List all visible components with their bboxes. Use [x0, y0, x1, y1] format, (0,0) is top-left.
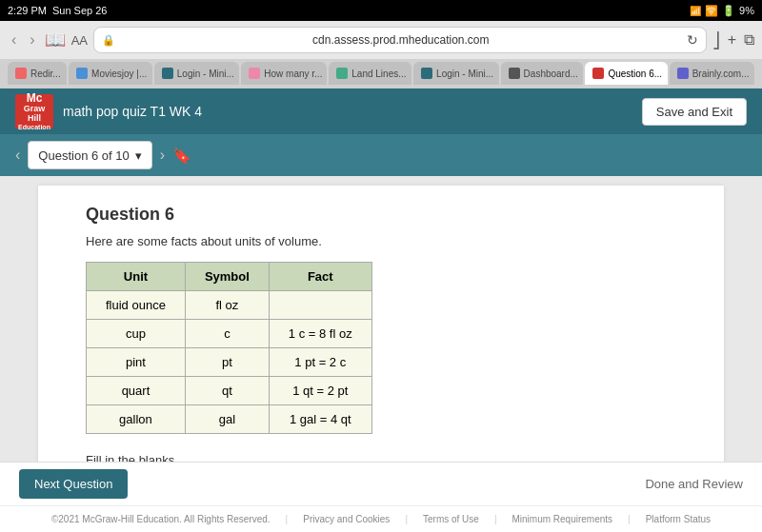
minimum-requirements-link[interactable]: Minimum Requirements [512, 514, 613, 524]
question-dropdown-label: Question 6 of 10 [38, 148, 129, 163]
battery-percent: 9% [739, 5, 754, 16]
browser-toolbar: ‹ › 📖 AA 🔒 cdn.assess.prod.mheducation.c… [0, 21, 762, 59]
save-exit-button[interactable]: Save and Exit [642, 98, 747, 126]
tab-label-question6: Question 6... [608, 69, 662, 79]
copyright-bar: ©2021 McGraw-Hill Education. All Rights … [0, 505, 762, 532]
table-cell-unit: quart [87, 377, 186, 405]
tab-favicon-moviesjoy [76, 68, 88, 79]
status-day: Sun Sep 26 [52, 5, 108, 16]
signal-icon: 📶 [690, 6, 701, 16]
back-button[interactable]: ‹ [8, 30, 20, 50]
next-question-arrow-button[interactable]: › [160, 147, 165, 164]
terms-link[interactable]: Terms of Use [423, 514, 479, 524]
url-text: cdn.assess.prod.mheducation.com [121, 33, 681, 47]
tab-label-landlines: Land Lines... [351, 69, 406, 79]
tab-label-howmany: How many r... [264, 69, 322, 79]
platform-status-link[interactable]: Platform Status [646, 514, 711, 524]
status-bar: 2:29 PM Sun Sep 26 📶 🛜 🔋 9% [0, 0, 762, 21]
browser-tabs: Redir... Moviesjoy |... Login - Mini... … [0, 59, 762, 88]
volume-table: Unit Symbol Fact fluid ouncefl ozcupc1 c… [86, 262, 372, 434]
tab-label-login2: Login - Mini... [436, 69, 493, 79]
table-header-unit: Unit [87, 263, 186, 291]
tabs-button[interactable]: ⧉ [744, 31, 754, 49]
table-cell-symbol: c [185, 320, 269, 348]
battery-icon: 🔋 [722, 5, 735, 17]
tab-favicon-howmany [249, 68, 260, 79]
table-row: fluid ouncefl oz [87, 291, 372, 320]
tab-favicon-login1 [162, 68, 173, 79]
logo-mc: Mc [27, 92, 43, 105]
share-button[interactable]: ⎦ [712, 31, 720, 49]
tab-brainly[interactable]: Brainly.com... [670, 62, 754, 85]
tab-dashboard[interactable]: Dashboard... [501, 62, 584, 85]
table-row: gallongal1 gal = 4 qt [87, 405, 372, 434]
new-tab-button[interactable]: + [728, 31, 736, 49]
app-header: Mc Graw Hill Education math pop quiz T1 … [0, 89, 762, 134]
prev-question-button[interactable]: ‹ [15, 147, 20, 164]
question-number: Question 6 [86, 205, 676, 225]
copyright-text: ©2021 McGraw-Hill Education. All Rights … [51, 514, 271, 524]
table-cell-symbol: qt [185, 377, 269, 405]
tab-moviesjoy[interactable]: Moviesjoy |... [69, 62, 152, 85]
footer-nav: Next Question Done and Review [0, 462, 762, 505]
tab-favicon-redir [15, 68, 27, 79]
done-review-button[interactable]: Done and Review [645, 477, 743, 491]
address-bar[interactable]: 🔒 cdn.assess.prod.mheducation.com ↻ [93, 27, 707, 53]
tab-label-login1: Login - Mini... [177, 69, 234, 79]
table-header-fact: Fact [269, 263, 371, 291]
wifi-icon: 🛜 [705, 5, 718, 17]
question-nav-bar: ‹ Question 6 of 10 ▾ › 🔖 [0, 134, 762, 176]
table-cell-symbol: fl oz [185, 291, 269, 320]
table-cell-fact: 1 gal = 4 qt [269, 405, 371, 434]
status-time: 2:29 PM [8, 5, 47, 16]
table-cell-fact [269, 291, 371, 320]
tab-question6[interactable]: Question 6... [585, 62, 667, 85]
table-cell-unit: pint [87, 348, 186, 377]
app-header-left: Mc Graw Hill Education math pop quiz T1 … [15, 94, 202, 128]
tab-label-redir: Redir... [30, 69, 61, 79]
table-cell-symbol: gal [185, 405, 269, 434]
tab-howmany[interactable]: How many r... [241, 62, 327, 85]
tab-favicon-question6 [592, 68, 604, 79]
table-cell-unit: fluid ounce [87, 291, 186, 320]
tab-favicon-brainly [677, 68, 689, 79]
table-cell-fact: 1 pt = 2 c [269, 348, 371, 377]
dropdown-arrow-icon: ▾ [135, 148, 142, 163]
table-row: pintpt1 pt = 2 c [87, 348, 372, 377]
tab-label-moviesjoy: Moviesjoy |... [91, 69, 147, 79]
table-cell-unit: gallon [87, 405, 186, 434]
reading-list-icon: 📖 [45, 30, 66, 50]
bookmark-button[interactable]: 🔖 [172, 147, 191, 165]
privacy-link[interactable]: Privacy and Cookies [303, 514, 390, 524]
reload-button[interactable]: ↻ [687, 32, 698, 48]
browser-actions: ⎦ + ⧉ [712, 31, 754, 49]
mcgraw-logo: Mc Graw Hill Education [15, 94, 53, 128]
table-cell-symbol: pt [185, 348, 269, 377]
logo-education: Education [18, 124, 50, 131]
tab-login1[interactable]: Login - Mini... [154, 62, 240, 85]
next-question-button[interactable]: Next Question [19, 469, 128, 499]
table-cell-fact: 1 c = 8 fl oz [269, 320, 371, 348]
forward-button[interactable]: › [26, 30, 38, 50]
tab-favicon-login2 [421, 68, 432, 79]
tab-favicon-landlines [336, 68, 348, 79]
tab-favicon-dashboard [509, 68, 520, 79]
table-cell-fact: 1 qt = 2 pt [269, 377, 371, 405]
font-size-label: AA [71, 33, 88, 48]
table-header-symbol: Symbol [185, 263, 269, 291]
tab-login2[interactable]: Login - Mini... [413, 62, 499, 85]
question-dropdown[interactable]: Question 6 of 10 ▾ [28, 141, 151, 169]
table-row: cupc1 c = 8 fl oz [87, 320, 372, 348]
tab-label-dashboard: Dashboard... [524, 69, 578, 79]
app-title: math pop quiz T1 WK 4 [63, 104, 202, 119]
table-cell-unit: cup [87, 320, 186, 348]
table-row: quartqt1 qt = 2 pt [87, 377, 372, 405]
browser-chrome: ‹ › 📖 AA 🔒 cdn.assess.prod.mheducation.c… [0, 21, 762, 89]
tab-label-brainly: Brainly.com... [692, 69, 750, 79]
tab-redir[interactable]: Redir... [8, 62, 67, 85]
lock-icon: 🔒 [102, 34, 115, 47]
question-text: Here are some facts about units of volum… [86, 234, 676, 248]
tab-landlines[interactable]: Land Lines... [329, 62, 411, 85]
logo-hill: Hill [28, 114, 41, 124]
